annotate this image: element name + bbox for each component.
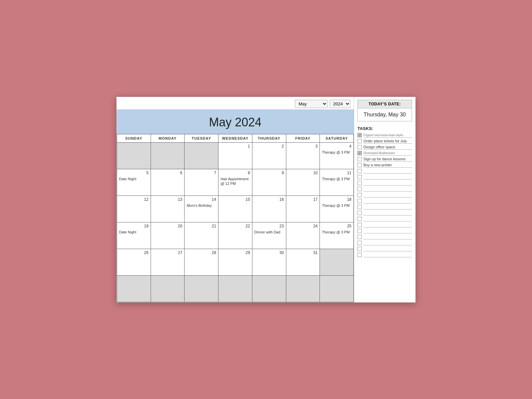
- task-checkbox[interactable]: [357, 175, 362, 179]
- day-number: 6: [153, 171, 183, 175]
- day-cell[interactable]: 8Hair Appointment @ 12 PM: [218, 169, 252, 196]
- task-checkbox[interactable]: [357, 235, 362, 239]
- day-cell[interactable]: 14Mom's Birthday: [185, 196, 218, 222]
- day-cell[interactable]: 7: [185, 169, 218, 196]
- calendar-header: May 2024: [117, 109, 354, 134]
- day-cell[interactable]: 6: [151, 169, 185, 196]
- day-cell[interactable]: 29: [218, 249, 252, 276]
- event-text: Therapy @ 3 PM: [322, 230, 351, 234]
- day-cell[interactable]: 20: [151, 222, 185, 249]
- task-item: [357, 223, 412, 227]
- task-item: [357, 217, 412, 221]
- task-checkbox[interactable]: [357, 223, 362, 227]
- task-checkbox[interactable]: [357, 157, 362, 161]
- today-date: Thursday, May 30: [358, 108, 412, 121]
- day-cell[interactable]: 28: [185, 249, 218, 276]
- task-checkbox[interactable]: [357, 253, 362, 257]
- task-checkbox[interactable]: [357, 241, 362, 245]
- day-headers-row: SUNDAYMONDAYTUESDAYWEDNESDAYTHURSDAYFRID…: [117, 134, 354, 143]
- day-number: 8: [220, 171, 250, 175]
- event-text: Therapy @ 3 PM: [322, 177, 351, 181]
- day-cell[interactable]: 16: [252, 196, 286, 222]
- task-item: [357, 199, 412, 203]
- day-cell[interactable]: 9: [252, 169, 286, 196]
- day-cell[interactable]: 2: [252, 143, 286, 169]
- task-text[interactable]: Buy a new printer: [363, 163, 412, 168]
- task-checkbox[interactable]: [357, 199, 362, 203]
- task-checkbox[interactable]: [357, 205, 362, 209]
- day-cell[interactable]: 4Therapy @ 3 PM: [320, 143, 354, 169]
- task-text[interactable]: Design office space: [363, 145, 412, 150]
- day-cell[interactable]: [185, 276, 218, 302]
- day-cell[interactable]: 23Dinner with Dad: [252, 222, 286, 249]
- day-cell[interactable]: 18Therapy @ 3 PM: [320, 196, 354, 222]
- day-cell[interactable]: 30: [252, 249, 286, 276]
- day-header: THURSDAY: [252, 134, 286, 143]
- day-cell[interactable]: [151, 143, 185, 169]
- day-cell[interactable]: 3: [286, 143, 320, 169]
- task-checkbox[interactable]: [357, 181, 362, 185]
- task-text[interactable]: Sign up for dance lessons: [363, 157, 412, 162]
- day-cell[interactable]: [320, 249, 354, 276]
- task-checkbox[interactable]: [357, 163, 362, 167]
- day-cell[interactable]: 21: [185, 222, 218, 249]
- day-cell[interactable]: 19Date Night: [117, 222, 151, 249]
- month-select[interactable]: JanuaryFebruaryMarchAprilMayJuneJulyAugu…: [295, 100, 328, 108]
- day-cell[interactable]: 11Therapy @ 3 PM: [320, 169, 354, 196]
- task-checkbox[interactable]: ✓: [357, 151, 362, 155]
- task-text: [363, 187, 412, 192]
- day-cell[interactable]: 25Therapy @ 3 PM: [320, 222, 354, 249]
- task-text[interactable]: Figure out new hair style: [363, 133, 412, 138]
- task-checkbox[interactable]: [357, 169, 362, 173]
- day-cell[interactable]: 26: [117, 249, 151, 276]
- tasks-label: TASKS:: [357, 126, 412, 131]
- task-checkbox[interactable]: [357, 211, 362, 215]
- day-cell[interactable]: 15: [218, 196, 252, 222]
- task-checkbox[interactable]: [357, 217, 362, 221]
- day-cell[interactable]: 1: [218, 143, 252, 169]
- day-cell[interactable]: 27: [151, 249, 185, 276]
- day-cell[interactable]: 22: [218, 222, 252, 249]
- task-text: [363, 181, 412, 186]
- day-cell[interactable]: 12: [117, 196, 151, 222]
- today-box: TODAY'S DATE: Thursday, May 30: [357, 100, 412, 121]
- day-cell[interactable]: 17: [286, 196, 320, 222]
- task-checkbox[interactable]: [357, 247, 362, 251]
- day-cell[interactable]: 24: [286, 222, 320, 249]
- day-cell[interactable]: [117, 143, 151, 169]
- task-checkbox[interactable]: [357, 145, 362, 149]
- task-checkbox[interactable]: [357, 187, 362, 191]
- task-item: [357, 175, 412, 180]
- task-checkbox[interactable]: [357, 193, 362, 197]
- day-number: 3: [288, 144, 318, 149]
- day-cell[interactable]: 5Date Night: [117, 169, 151, 196]
- task-checkbox[interactable]: [357, 229, 362, 233]
- day-cell[interactable]: [320, 276, 354, 302]
- task-text: [363, 253, 412, 257]
- task-checkbox[interactable]: ✓: [357, 133, 362, 137]
- weeks-container: 1234Therapy @ 3 PM5Date Night678Hair App…: [117, 143, 354, 302]
- day-cell[interactable]: [185, 143, 218, 169]
- day-cell[interactable]: [286, 276, 320, 302]
- day-cell[interactable]: [117, 276, 151, 302]
- day-number: 14: [187, 197, 216, 202]
- task-item: [357, 235, 412, 239]
- task-text[interactable]: Order plane tickets for July: [363, 139, 412, 144]
- task-item: [357, 211, 412, 215]
- week-row: 19Date Night20212223Dinner with Dad2425T…: [117, 222, 354, 249]
- day-number: 20: [153, 224, 183, 228]
- day-cell[interactable]: [252, 276, 286, 302]
- day-cell[interactable]: 10: [286, 169, 320, 196]
- event-text: Dinner with Dad: [254, 230, 284, 234]
- day-cell[interactable]: 31: [286, 249, 320, 276]
- task-checkbox[interactable]: [357, 139, 362, 143]
- event-text: Mom's Birthday: [187, 203, 216, 208]
- year-select[interactable]: 202320242025: [330, 100, 350, 108]
- day-cell[interactable]: 13: [151, 196, 185, 222]
- day-number: 28: [187, 250, 216, 255]
- day-cell[interactable]: [151, 276, 185, 302]
- day-cell[interactable]: [218, 276, 252, 302]
- day-number: 24: [288, 224, 318, 228]
- task-text[interactable]: Remodel Bathroom: [363, 151, 412, 156]
- day-number: 9: [254, 171, 284, 175]
